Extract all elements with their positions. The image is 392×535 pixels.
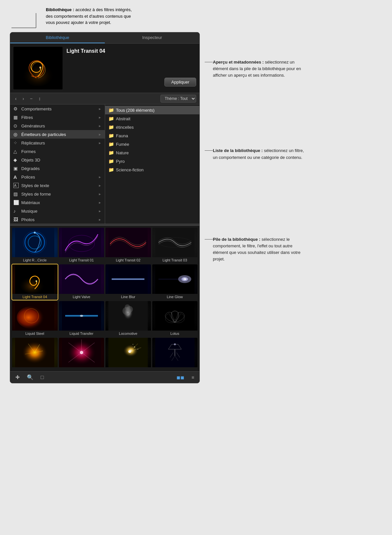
grid-item-label [105, 367, 151, 369]
grid-item-locomotive[interactable]: Locomotive [105, 301, 151, 336]
sidebar-item-musique[interactable]: ♪ Musique ► [10, 207, 105, 215]
grid-item-light-valve[interactable]: Light Valve [59, 264, 104, 300]
grid-item-label: Light R...Circle [12, 257, 58, 263]
forward-button[interactable]: › [21, 95, 26, 102]
sidebar-item-comportements[interactable]: ⚙ Comportements ► [10, 105, 105, 113]
annotations: Aperçu et métadonnées : sélectionnez un … [205, 7, 308, 272]
sidebar-item-polices[interactable]: A Polices ► [10, 173, 105, 181]
thumb-light-r-circle [12, 228, 58, 257]
grid-item-label [12, 367, 58, 369]
grid-item-r4[interactable] [152, 338, 198, 369]
emetteurs-icon: ◎ [13, 132, 19, 137]
folder-icon: 📁 [108, 167, 114, 172]
category-tous[interactable]: 📁 Tous (208 éléments) [105, 106, 199, 114]
grid-item-label [152, 367, 198, 369]
grid-item-lt04[interactable]: Light Transit 04 [12, 264, 58, 300]
sidebar-item-styles-forme[interactable]: ▨ Styles de forme ► [10, 190, 105, 198]
annotation-library-stack: Pile de la bibliothèque : sélectionnez l… [205, 236, 308, 263]
svg-rect-44 [155, 301, 195, 331]
grid-area: Light R...Circle Light Transit 01 [10, 226, 199, 371]
category-abstrait[interactable]: 📁 Abstrait [105, 114, 199, 123]
grid-item-light-r-circle[interactable]: Light R...Circle [12, 228, 58, 263]
category-etincelles[interactable]: 📁 étincelles [105, 123, 199, 131]
grid-item-lotus[interactable]: Lotus [152, 301, 198, 336]
grid-item-liquid-steel[interactable]: Liquid Steel [12, 301, 58, 336]
thumb-lotus [152, 301, 198, 331]
category-science-fiction[interactable]: 📁 Science-fiction [105, 165, 199, 174]
svg-point-78 [174, 343, 176, 345]
search-button[interactable]: 🔍 [25, 373, 35, 381]
grid-item-r3[interactable] [105, 338, 151, 369]
thumb-lt04 [12, 264, 58, 294]
svg-point-10 [34, 232, 36, 234]
grid-item-lt03[interactable]: Light Transit 03 [152, 228, 198, 263]
sidebar-item-filtres[interactable]: ▦ Filtres ► [10, 113, 105, 122]
sidebar-item-styles-texte[interactable]: A Styles de texte ► [10, 181, 105, 190]
category-fauna[interactable]: 📁 Fauna [105, 131, 199, 140]
left-panel: Bibliothèque : accédez à des filtres int… [10, 7, 200, 383]
sidebar-item-emetteurs[interactable]: ◎ Émetteurs de particules ► [10, 130, 105, 139]
preview-thumbnail [13, 47, 63, 89]
sidebar-item-replicateurs[interactable]: ⁘ Réplicateurs ► [10, 139, 105, 147]
sidebar: ⚙ Comportements ► ▦ Filtres ► ⊙ Générate… [10, 105, 105, 224]
grid-item-line-glow[interactable]: Line Glow [152, 264, 198, 300]
grid-item-label: Line Glow [152, 294, 198, 300]
arrow-icon: ► [98, 192, 102, 196]
grid-item-r2[interactable] [59, 338, 104, 369]
grid-item-label: Light Transit 02 [105, 257, 151, 263]
arrow-icon: ► [98, 209, 102, 213]
grid-view-button[interactable]: ◼◼ [175, 374, 186, 381]
svg-point-4 [39, 67, 41, 68]
svg-point-17 [20, 274, 46, 294]
top-callout: Bibliothèque : accédez à des filtres int… [10, 7, 200, 29]
info-button[interactable]: □ [39, 374, 46, 381]
folder-icon: 📁 [108, 142, 114, 147]
sidebar-item-materiaux[interactable]: ⬜ Matériaux ► [10, 198, 105, 207]
back-button[interactable]: ‹ [13, 95, 18, 102]
category-pyro[interactable]: 📁 Pyro [105, 157, 199, 165]
add-button[interactable]: ✚ [13, 373, 22, 381]
grid-item-lt01[interactable]: Light Transit 01 [59, 228, 104, 263]
grid-item-label: Line Blur [105, 294, 151, 300]
arrow-icon: ► [98, 116, 102, 119]
dash-button[interactable]: − [28, 95, 34, 102]
arrow-icon: ► [98, 133, 102, 136]
preview-info: Light Transit 04 Appliquer [66, 47, 196, 86]
grid-item-r1[interactable] [12, 338, 58, 369]
sidebar-item-degrades[interactable]: ▣ Dégradés [10, 164, 105, 173]
thumb-r3 [105, 338, 151, 367]
thumb-r1 [12, 338, 58, 367]
folder-icon: 📁 [108, 107, 114, 113]
grid-item-liquid-transfer[interactable]: Liquid Transfer [59, 301, 104, 336]
preview-area: Light Transit 04 Appliquer [10, 44, 199, 93]
svg-point-38 [80, 315, 83, 317]
up-down-button[interactable]: ↕ [37, 95, 43, 102]
sidebar-item-objets3d[interactable]: ◆ Objets 3D [10, 156, 105, 164]
arrow-icon: ► [98, 124, 102, 128]
thumb-ls [12, 301, 58, 331]
folder-icon: 📁 [108, 116, 114, 121]
annotation-library-stack-text: Pile de la bibliothèque : sélectionnez l… [213, 236, 308, 263]
comportements-icon: ⚙ [13, 106, 19, 111]
sidebar-item-formes[interactable]: △ Formes [10, 147, 105, 156]
tab-bar: Bibliothèque Inspecteur [10, 32, 199, 44]
annotation-library-list-text: Liste de la bibliothèque : sélectionnez … [213, 147, 308, 161]
category-fumee[interactable]: 📁 Fumée [105, 140, 199, 148]
annotation-line [205, 62, 213, 62]
sidebar-item-generateurs[interactable]: ⊙ Générateurs ► [10, 122, 105, 130]
theme-selector[interactable]: Thème : Tout [160, 95, 196, 103]
formes-icon: △ [13, 149, 19, 154]
category-nature[interactable]: 📁 Nature [105, 148, 199, 157]
annotation-line [205, 239, 213, 239]
apply-button[interactable]: Appliquer [164, 78, 196, 86]
list-view-button[interactable]: ≡ [190, 374, 196, 381]
grid-item-line-blur[interactable]: Line Blur [105, 264, 151, 300]
sidebar-item-photos[interactable]: 🖼 Photos ► [10, 215, 105, 224]
folder-icon: 📁 [108, 159, 114, 164]
tab-inspector[interactable]: Inspecteur [105, 32, 199, 43]
thumb-lt01 [59, 228, 104, 257]
tab-library[interactable]: Bibliothèque [10, 32, 105, 43]
grid-item-lt02[interactable]: Light Transit 02 [105, 228, 151, 263]
content-area: ⚙ Comportements ► ▦ Filtres ► ⊙ Générate… [10, 105, 199, 224]
svg-point-64 [138, 349, 138, 350]
